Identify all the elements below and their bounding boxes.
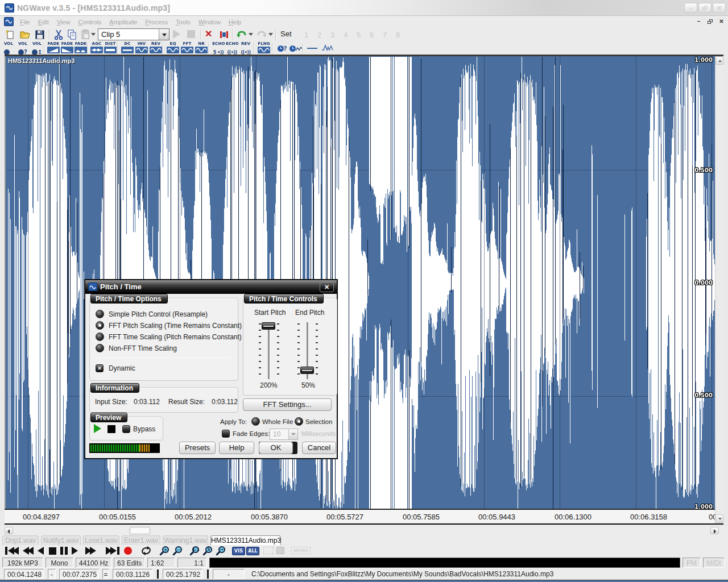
echo-button[interactable]: ECHO((•)) <box>225 41 239 54</box>
pause-button[interactable] <box>60 546 68 555</box>
timer-wave-button[interactable] <box>289 41 303 54</box>
echo5-button[interactable]: ECHO5 •)) <box>212 41 225 54</box>
position-bar[interactable] <box>209 558 680 568</box>
menu-window[interactable]: Window <box>195 16 225 28</box>
vis-button[interactable]: VIS <box>232 547 245 555</box>
whole-file-label[interactable]: Whole File <box>262 418 293 425</box>
vertical-scrollbar[interactable] <box>715 56 723 523</box>
play-button[interactable] <box>72 546 78 555</box>
set-slot-7[interactable]: 7 <box>378 31 391 39</box>
volume-down-button[interactable]: VOL <box>2 41 15 54</box>
minimize-button[interactable]: – <box>684 3 697 13</box>
forward-button[interactable] <box>85 546 96 555</box>
invert-button[interactable]: INV <box>135 41 148 54</box>
mdi-close-button[interactable]: ✕ <box>717 18 726 26</box>
fade-edges-checkbox[interactable] <box>222 430 230 438</box>
horizontal-scrollbar[interactable] <box>0 526 728 535</box>
ok-button[interactable]: OK <box>259 442 293 454</box>
clip-combobox[interactable]: Clip 5 <box>98 28 169 40</box>
save-file-button[interactable] <box>34 29 46 40</box>
zoom-out-button[interactable]: − <box>172 546 183 556</box>
radio-fft-pitch[interactable] <box>96 321 104 330</box>
go-end-button[interactable] <box>106 546 119 555</box>
zoom-fit-button[interactable]: ↔ <box>216 546 226 556</box>
mdi-restore-button[interactable] <box>706 18 714 26</box>
tab-hms123311audio[interactable]: HMS123311Audio.mp3 <box>210 535 281 545</box>
tab-warning1[interactable]: Warning1.wav <box>163 535 208 545</box>
fade-curve-button[interactable]: FADE <box>74 41 88 54</box>
cancel-button[interactable]: Cancel <box>302 442 336 454</box>
menu-help[interactable]: Help <box>225 16 246 28</box>
eq-button[interactable]: EQ <box>166 41 180 54</box>
end-pitch-thumb[interactable] <box>300 367 314 374</box>
delete-button[interactable]: ✕ <box>205 28 212 39</box>
radio-nonfft-time[interactable] <box>96 344 104 352</box>
dynamic-label[interactable]: Dynamic <box>109 364 135 372</box>
flanger-button[interactable]: FLNG <box>257 41 271 54</box>
preview-stop-button[interactable] <box>107 425 115 433</box>
flat-line-button[interactable] <box>307 48 317 49</box>
dc-offset-button[interactable]: DC <box>121 41 134 54</box>
menu-edit[interactable]: Edit <box>34 16 53 28</box>
set-slot-3[interactable]: 3 <box>326 31 339 39</box>
clip-bag-icon[interactable] <box>276 547 284 554</box>
undo-button[interactable] <box>236 29 247 40</box>
volume-adjust-button[interactable]: VOL↕ <box>30 41 44 54</box>
loop-button[interactable] <box>140 546 152 555</box>
noise-reduction-button[interactable]: NR <box>195 41 208 54</box>
mono-button[interactable]: MONO <box>291 547 311 554</box>
dynamic-checkbox[interactable]: ✕ <box>96 364 104 372</box>
tab-enter1[interactable]: Enter1.wav <box>122 535 160 545</box>
zoom-horizontal-button[interactable]: 1:1 <box>189 546 200 556</box>
preview-play-button[interactable] <box>94 424 101 433</box>
fft-settings-button[interactable]: FFT Settings... <box>243 398 332 411</box>
radio-simple-pitch-label[interactable]: Simple Pitch Control (Resample) <box>109 310 208 318</box>
agc-button[interactable]: AGC <box>90 41 104 54</box>
fade-edges-combobox[interactable]: 10 <box>270 429 298 440</box>
menu-controls[interactable]: Controls <box>74 16 105 28</box>
reverse-button[interactable]: REV <box>149 41 163 54</box>
reverb-button[interactable]: REV((•)) <box>239 41 253 54</box>
set-slot-1[interactable]: 1 <box>300 31 313 39</box>
tab-notify1[interactable]: Notify1.wav <box>41 535 81 545</box>
paste-button[interactable] <box>80 29 91 40</box>
zoom-selection-button[interactable]: S <box>202 546 213 556</box>
menu-file[interactable]: File <box>16 16 34 28</box>
menu-view[interactable]: View <box>53 16 75 28</box>
clip-combobox-dropdown[interactable] <box>159 29 169 40</box>
new-file-button[interactable] <box>5 29 16 40</box>
bypass-checkbox[interactable] <box>122 425 130 433</box>
selection-box-icon[interactable] <box>263 547 274 554</box>
mdi-minimize-button[interactable]: – <box>694 18 703 26</box>
wave-draw-button[interactable] <box>321 44 334 52</box>
start-pitch-thumb[interactable] <box>262 322 275 330</box>
set-slot-8[interactable]: 8 <box>391 31 404 39</box>
radio-fft-time[interactable] <box>96 332 104 341</box>
tab-drip1[interactable]: Drip1.wav <box>2 535 39 545</box>
redo-button[interactable] <box>256 29 267 40</box>
open-file-button[interactable] <box>19 29 31 40</box>
go-start-button[interactable] <box>5 546 19 555</box>
stop-button[interactable] <box>49 546 56 555</box>
timer-query-button[interactable]: ? <box>275 41 289 54</box>
whole-file-radio[interactable] <box>251 417 260 426</box>
fade-in-button[interactable]: FADE <box>47 41 60 54</box>
scroll-up-button[interactable] <box>715 56 723 65</box>
cut-button[interactable] <box>53 29 64 40</box>
help-button[interactable]: Help <box>219 442 254 454</box>
redo-dropdown-arrow[interactable] <box>268 33 273 36</box>
paste-dropdown-arrow[interactable] <box>91 33 96 36</box>
bypass-label[interactable]: Bypass <box>133 425 155 433</box>
menu-amplitude[interactable]: Amplitude <box>105 16 141 28</box>
volume-query-button[interactable]: VOL? <box>16 41 30 54</box>
record-button[interactable] <box>124 546 132 555</box>
restore-button[interactable] <box>698 3 712 13</box>
prev-button[interactable] <box>38 546 44 555</box>
trim-button[interactable] <box>218 29 230 40</box>
radio-fft-pitch-label[interactable]: FFT Pitch Scaling (Time Remains Constant… <box>109 322 242 330</box>
close-button[interactable]: ✕ <box>713 3 726 13</box>
zoom-in-button[interactable]: + <box>159 546 169 556</box>
start-pitch-slider[interactable] <box>268 322 270 379</box>
fade-edges-dropdown[interactable] <box>288 429 297 439</box>
set-slot-4[interactable]: 4 <box>339 31 352 39</box>
